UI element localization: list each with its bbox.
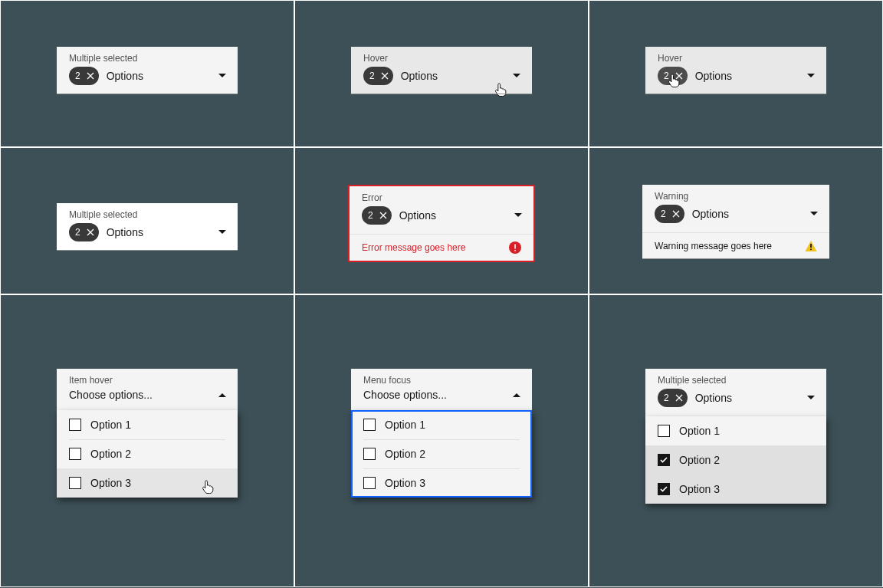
multiselect-hover[interactable]: Hover 2 Options	[351, 47, 532, 94]
warning-helper: Warning message goes here	[642, 232, 829, 259]
multiselect-error[interactable]: Error 2 Options Error message goes here	[348, 185, 535, 262]
multiselect-open-selected[interactable]: Multiple selected 2 Options Option 1	[645, 369, 826, 416]
option-label: Option 2	[385, 448, 425, 460]
multiselect-field[interactable]: 2 Options	[645, 67, 826, 94]
multiselect-text: Options	[692, 208, 808, 220]
option-label: Option 3	[385, 477, 425, 489]
warning-message: Warning message goes here	[655, 241, 772, 251]
multiselect-text: Options	[695, 70, 805, 82]
clear-selection-icon[interactable]	[669, 207, 683, 221]
checkbox-icon[interactable]	[69, 448, 81, 460]
option-item[interactable]: Option 1	[351, 410, 532, 439]
option-label: Option 1	[385, 419, 425, 431]
checkbox-checked-icon[interactable]	[658, 454, 670, 466]
checkbox-icon[interactable]	[363, 419, 376, 431]
clear-selection-icon[interactable]	[84, 225, 97, 239]
cell-multiple-selected-open: Multiple selected 2 Options Option 1	[589, 294, 883, 587]
multiselect-text: Options	[107, 226, 216, 238]
selection-count: 2	[664, 393, 669, 403]
cell-hover-tag-clear: Hover 2 Options	[589, 0, 883, 147]
cell-item-hover: Item hover Choose options... Option 1 Op…	[0, 294, 294, 587]
multiselect-label: Warning	[642, 185, 829, 205]
multiselect-label: Hover	[645, 47, 826, 67]
chevron-down-icon	[216, 70, 228, 82]
checkbox-icon[interactable]	[363, 448, 376, 460]
cursor-hand-icon	[494, 82, 507, 96]
chevron-down-icon	[805, 392, 817, 404]
multiselect-field[interactable]: Choose options...	[351, 389, 532, 410]
multiselect-label: Menu focus	[351, 369, 532, 389]
checkbox-icon[interactable]	[69, 477, 81, 489]
multiselect-field[interactable]: 2 Options	[642, 205, 829, 232]
selection-count: 2	[368, 210, 373, 221]
option-item[interactable]: Option 1	[57, 410, 238, 439]
options-menu[interactable]: Option 1 Option 2 Option 3	[645, 416, 826, 504]
multiselect-hover-tag[interactable]: Hover 2 Options	[645, 47, 826, 94]
selection-count: 2	[75, 71, 80, 81]
multiselect[interactable]: Multiple selected 2 Options	[57, 203, 238, 251]
multiselect-field[interactable]: 2 Options	[57, 67, 238, 94]
options-menu-focused[interactable]: Option 1 Option 2 Option 3	[351, 410, 532, 498]
option-label: Option 1	[90, 419, 131, 431]
checkbox-icon[interactable]	[658, 425, 670, 437]
multiselect-field[interactable]: 2 Options	[645, 389, 826, 416]
cell-multiple-selected-closed: Multiple selected 2 Options	[0, 0, 294, 147]
option-item[interactable]: Option 3	[351, 468, 532, 498]
cell-error: Error 2 Options Error message goes here	[294, 147, 589, 294]
multiselect-label: Multiple selected	[57, 47, 238, 67]
option-item[interactable]: Option 2	[351, 439, 532, 468]
selection-tag[interactable]: 2	[658, 389, 688, 407]
checkbox-icon[interactable]	[69, 419, 81, 431]
chevron-up-icon	[216, 389, 228, 401]
option-item-hover[interactable]: Option 3	[57, 468, 238, 498]
cursor-hand-icon	[201, 479, 215, 493]
selection-tag[interactable]: 2	[69, 223, 99, 241]
checkbox-icon[interactable]	[363, 477, 376, 489]
selection-tag[interactable]: 2	[363, 67, 393, 85]
selection-count: 2	[661, 209, 666, 219]
multiselect-text: Options	[399, 209, 512, 222]
multiselect-label: Hover	[351, 47, 532, 67]
multiselect-text: Options	[695, 392, 805, 404]
cell-warning: Warning 2 Options Warning message goes h…	[589, 147, 883, 294]
multiselect-field[interactable]: 2 Options	[57, 223, 238, 251]
error-helper: Error message goes here	[350, 234, 533, 261]
multiselect-open[interactable]: Item hover Choose options... Option 1 Op…	[57, 369, 238, 410]
options-menu[interactable]: Option 1 Option 2 Option 3	[57, 410, 238, 498]
multiselect-text: Options	[401, 70, 510, 82]
multiselect-field[interactable]: 2 Options	[350, 206, 533, 234]
option-item[interactable]: Option 2	[57, 439, 238, 468]
svg-rect-3	[810, 244, 812, 248]
selection-tag[interactable]: 2	[362, 206, 392, 225]
svg-rect-4	[810, 249, 812, 251]
option-item-selected[interactable]: Option 2	[645, 445, 826, 475]
cell-hover-field: Hover 2 Options	[294, 0, 589, 147]
selection-tag[interactable]: 2	[655, 205, 684, 223]
selection-count: 2	[75, 227, 80, 238]
checkbox-checked-icon[interactable]	[658, 483, 670, 495]
multiselect[interactable]: Multiple selected 2 Options	[57, 47, 238, 94]
multiselect-states-grid: Multiple selected 2 Options Hover	[0, 0, 883, 587]
multiselect-warning[interactable]: Warning 2 Options Warning message goes h…	[642, 185, 829, 259]
selection-tag[interactable]: 2	[658, 67, 688, 85]
selection-tag[interactable]: 2	[69, 67, 99, 85]
clear-selection-icon[interactable]	[378, 69, 392, 83]
clear-selection-icon[interactable]	[84, 69, 97, 83]
svg-rect-1	[514, 245, 516, 249]
chevron-down-icon	[510, 70, 523, 82]
svg-rect-2	[514, 250, 516, 251]
clear-selection-icon[interactable]	[672, 69, 686, 83]
option-item[interactable]: Option 1	[645, 416, 826, 445]
option-label: Option 3	[90, 477, 131, 489]
multiselect-open-focus[interactable]: Menu focus Choose options... Option 1 Op…	[351, 369, 532, 410]
option-item-selected[interactable]: Option 3	[645, 475, 826, 504]
chevron-down-icon	[805, 70, 817, 82]
multiselect-text: Choose options...	[363, 389, 510, 401]
multiselect-field[interactable]: Choose options...	[57, 389, 238, 410]
multiselect-text: Options	[107, 70, 216, 82]
multiselect-label: Multiple selected	[645, 369, 826, 389]
multiselect-field[interactable]: 2 Options	[351, 67, 532, 94]
clear-selection-icon[interactable]	[376, 209, 390, 222]
clear-selection-icon[interactable]	[672, 391, 686, 405]
chevron-down-icon	[512, 209, 524, 222]
